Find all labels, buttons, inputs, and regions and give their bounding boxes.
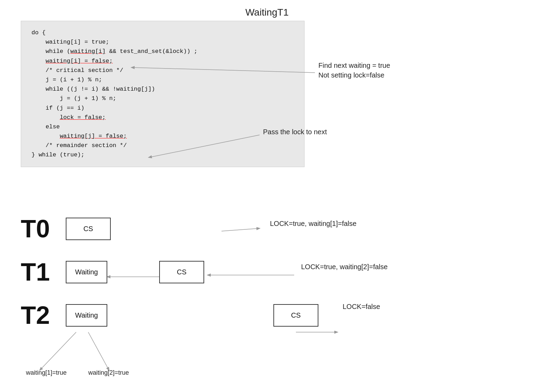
t2-annotation: LOCK=false bbox=[343, 303, 380, 311]
code-line-13: else bbox=[31, 122, 294, 131]
code-block: do { waiting[i] = true; while (waiting[i… bbox=[21, 21, 305, 167]
code-line-10: j = (j + 1) % n; bbox=[31, 94, 294, 103]
code-line-8: j = (i + 1) % n; bbox=[31, 75, 294, 84]
t0-annotation: LOCK=true, waiting[1]=false bbox=[270, 220, 356, 228]
svg-line-2 bbox=[221, 228, 260, 231]
t1-cs-box: CS bbox=[159, 261, 204, 283]
t0-cs-box: CS bbox=[66, 218, 111, 240]
code-line-1: do { bbox=[31, 28, 294, 37]
t2-label: T2 bbox=[10, 301, 62, 329]
code-line-12: lock = false; bbox=[31, 113, 294, 122]
page-title: WaitingT1 bbox=[0, 0, 534, 21]
code-line-2: waiting[i] = true; bbox=[31, 37, 294, 47]
code-line-14: waiting[j] = false; bbox=[31, 131, 294, 141]
waiting-j-underline: waiting[j] = false; bbox=[60, 133, 127, 139]
code-line-9: while ((j != i) && !waiting[j]) bbox=[31, 84, 294, 94]
code-line-11: if (j == i) bbox=[31, 103, 294, 113]
annotation-pass-lock: Pass the lock to next bbox=[263, 128, 327, 136]
code-line-17: } while (true); bbox=[31, 150, 294, 159]
code-line-6: /* critical section */ bbox=[31, 66, 294, 75]
t2-waiting-box: Waiting bbox=[66, 304, 107, 327]
t1-label: T1 bbox=[10, 258, 62, 286]
t1-row: T1 Waiting CS bbox=[10, 258, 204, 286]
lock-false-underline: lock = false; bbox=[60, 114, 106, 121]
waiting-i-underline: waiting[i] bbox=[70, 48, 106, 55]
t1-waiting-box: Waiting bbox=[66, 261, 107, 283]
t2-cs-box: CS bbox=[273, 304, 318, 327]
svg-line-6 bbox=[88, 332, 109, 370]
code-line-3: while (waiting[i] && test_and_set(&lock)… bbox=[31, 47, 294, 56]
t0-row: T0 CS bbox=[10, 215, 111, 243]
t2-row: T2 Waiting CS bbox=[10, 301, 318, 329]
code-line-16: /* remainder section */ bbox=[31, 141, 294, 150]
t1-annotation: LOCK=true, waiting[2]=false bbox=[301, 263, 388, 271]
code-line-4: waiting[i] = false; bbox=[31, 56, 294, 66]
waiting-false-underline: waiting[i] = false; bbox=[46, 58, 113, 64]
t0-label: T0 bbox=[10, 215, 62, 243]
annotation-find-next: Find next waiting = trueNot setting lock… bbox=[318, 61, 390, 80]
waiting1-true-label: waiting[1]=true bbox=[26, 369, 67, 376]
waiting2-true-label: waiting[2]=true bbox=[88, 369, 129, 376]
svg-line-5 bbox=[40, 332, 76, 370]
